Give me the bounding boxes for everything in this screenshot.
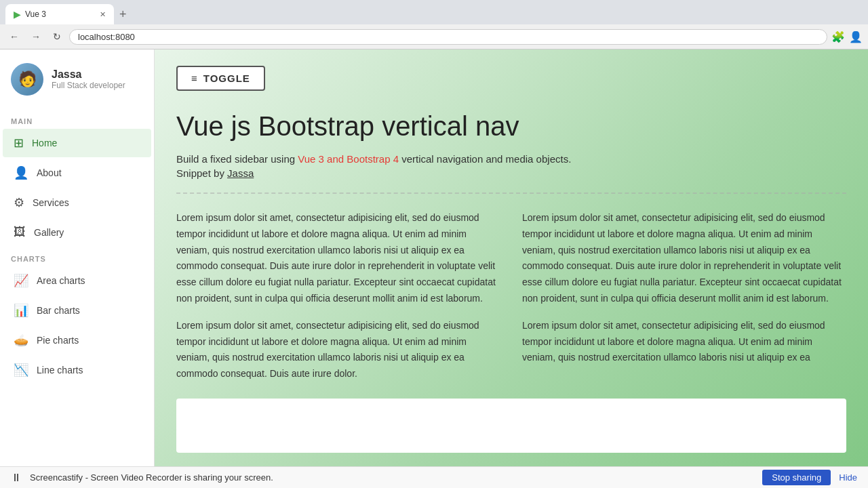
lorem-right-1: Lorem ipsum dolor sit amet, consectetur … <box>522 210 846 307</box>
section-label-main: MAIN <box>0 109 154 128</box>
section-label-charts: CHARTS <box>0 247 154 266</box>
divider <box>176 192 846 194</box>
sidebar-item-gallery-label: Gallery <box>34 227 64 238</box>
content-grid: Lorem ipsum dolor sit amet, consectetur … <box>176 210 846 382</box>
left-column: Lorem ipsum dolor sit amet, consectetur … <box>176 210 500 382</box>
sidebar-item-pie-charts-label: Pie charts <box>37 335 79 346</box>
sidebar-item-line-charts[interactable]: 📉 Line charts <box>3 356 151 384</box>
toggle-label: TOGGLE <box>203 73 250 84</box>
back-button[interactable]: ← <box>5 30 23 43</box>
home-icon: ⊞ <box>14 136 24 150</box>
tab-bar: ▶ Vue 3 ✕ + <box>0 0 868 24</box>
new-tab-button[interactable]: + <box>114 7 132 22</box>
sidebar-item-line-charts-label: Line charts <box>37 365 83 375</box>
page-subtitle: Build a fixed sidebar using Vue 3 and Bo… <box>176 153 846 165</box>
avatar-image: 🧑 <box>11 63 43 96</box>
pie-charts-icon: 🥧 <box>14 333 28 348</box>
line-charts-icon: 📉 <box>14 363 28 378</box>
sidebar-item-home-label: Home <box>32 138 57 148</box>
tab-title: Vue 3 <box>25 9 46 19</box>
lorem-left-2: Lorem ipsum dolor sit amet, consectetur … <box>176 318 500 382</box>
profile-icon[interactable]: 👤 <box>849 30 863 43</box>
pause-icon: ⏸ <box>11 472 22 484</box>
stop-sharing-button[interactable]: Stop sharing <box>762 470 831 485</box>
lorem-right-2: Lorem ipsum dolor sit amet, consectetur … <box>522 318 846 366</box>
area-charts-icon: 📈 <box>14 273 28 288</box>
user-profile: 🧑 Jassa Full Stack developer <box>0 49 154 109</box>
gallery-icon: 🖼 <box>14 225 26 239</box>
browser-actions: 🧩 👤 <box>831 30 863 43</box>
active-tab[interactable]: ▶ Vue 3 ✕ <box>5 4 114 24</box>
user-info: Jassa Full Stack developer <box>52 68 125 90</box>
subtitle-link[interactable]: Vue 3 and Bootstrap 4 <box>298 153 399 165</box>
subtitle-prefix: Build a fixed sidebar using <box>176 153 298 165</box>
url-text: localhost:8080 <box>78 32 818 42</box>
avatar: 🧑 <box>11 63 43 96</box>
sidebar-item-pie-charts[interactable]: 🥧 Pie charts <box>3 326 151 354</box>
extensions-icon[interactable]: 🧩 <box>831 30 845 43</box>
lorem-left-1: Lorem ipsum dolor sit amet, consectetur … <box>176 210 500 307</box>
sidebar-item-home[interactable]: ⊞ Home <box>3 129 151 157</box>
sidebar-item-area-charts[interactable]: 📈 Area charts <box>3 266 151 295</box>
toggle-button[interactable]: ≡ TOGGLE <box>176 66 265 91</box>
app-container: 🧑 Jassa Full Stack developer MAIN ⊞ Home… <box>0 49 868 488</box>
bar-charts-icon: 📊 <box>14 303 28 318</box>
hide-button[interactable]: Hide <box>839 472 857 483</box>
reload-button[interactable]: ↻ <box>49 30 65 43</box>
sidebar-item-bar-charts[interactable]: 📊 Bar charts <box>3 296 151 325</box>
user-name: Jassa <box>52 68 125 81</box>
tab-close-button[interactable]: ✕ <box>100 10 106 19</box>
snippet-link[interactable]: Jassa <box>227 167 254 179</box>
toggle-icon: ≡ <box>191 73 198 84</box>
user-role: Full Stack developer <box>52 81 125 90</box>
sidebar-item-about-label: About <box>37 167 62 178</box>
sidebar-item-bar-charts-label: Bar charts <box>37 305 80 316</box>
browser-chrome: ▶ Vue 3 ✕ + ← → ↻ localhost:8080 🧩 👤 <box>0 0 868 49</box>
about-icon: 👤 <box>14 165 28 180</box>
screencastify-bar: ⏸ Screencastify - Screen Video Recorder … <box>0 466 868 488</box>
sidebar-item-services[interactable]: ⚙ Services <box>3 188 151 217</box>
sidebar-item-gallery[interactable]: 🖼 Gallery <box>3 218 151 246</box>
sidebar: 🧑 Jassa Full Stack developer MAIN ⊞ Home… <box>0 49 155 488</box>
sidebar-item-about[interactable]: 👤 About <box>3 159 151 187</box>
forward-button[interactable]: → <box>27 30 45 43</box>
url-bar[interactable]: localhost:8080 <box>69 29 827 45</box>
sidebar-item-area-charts-label: Area charts <box>37 275 85 286</box>
page-title: Vue js Bootstrap vertical nav <box>176 110 846 142</box>
address-bar: ← → ↻ localhost:8080 🧩 👤 <box>0 24 868 49</box>
subtitle-suffix: vertical navigation and media objects. <box>399 153 571 165</box>
right-column: Lorem ipsum dolor sit amet, consectetur … <box>522 210 846 382</box>
screencastify-message: Screencastify - Screen Video Recorder is… <box>30 472 754 483</box>
services-icon: ⚙ <box>14 195 24 210</box>
tab-favicon: ▶ <box>14 9 21 20</box>
snippet-line: Snippet by Jassa <box>176 167 846 179</box>
main-content: ≡ TOGGLE Vue js Bootstrap vertical nav B… <box>155 49 868 488</box>
snippet-prefix: Snippet by <box>176 167 227 179</box>
bottom-card <box>176 399 846 453</box>
sidebar-item-services-label: Services <box>33 197 69 208</box>
